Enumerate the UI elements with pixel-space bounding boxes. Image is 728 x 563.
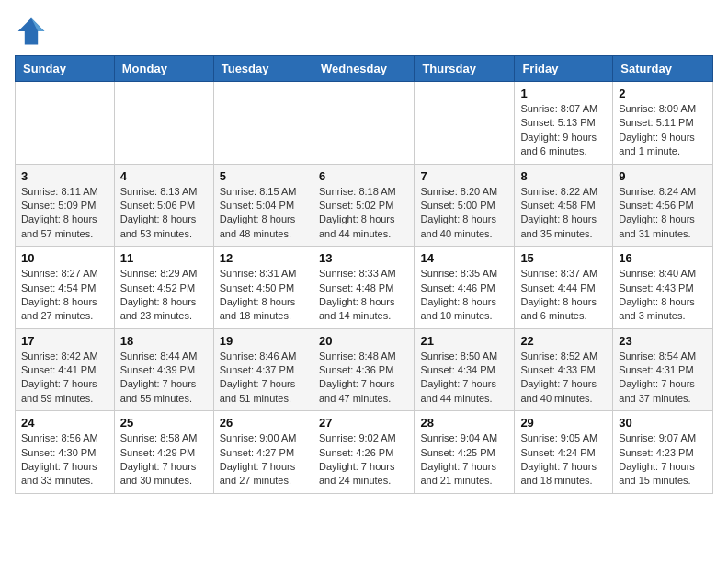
day-info: Sunrise: 8:18 AMSunset: 5:02 PMDaylight:…: [319, 185, 408, 242]
day-cell: [313, 82, 414, 165]
day-number: 23: [619, 334, 707, 348]
day-cell: 20Sunrise: 8:48 AMSunset: 4:36 PMDayligh…: [313, 328, 414, 411]
week-row-5: 24Sunrise: 8:56 AMSunset: 4:30 PMDayligh…: [16, 411, 713, 494]
day-cell: [16, 82, 115, 165]
day-cell: 7Sunrise: 8:20 AMSunset: 5:00 PMDaylight…: [415, 164, 515, 247]
day-cell: 12Sunrise: 8:31 AMSunset: 4:50 PMDayligh…: [213, 247, 313, 329]
day-number: 5: [220, 169, 307, 183]
day-info: Sunrise: 9:02 AMSunset: 4:26 PMDaylight:…: [319, 431, 408, 488]
day-cell: 27Sunrise: 9:02 AMSunset: 4:26 PMDayligh…: [313, 411, 414, 494]
day-number: 15: [520, 251, 607, 265]
day-cell: 13Sunrise: 8:33 AMSunset: 4:48 PMDayligh…: [313, 247, 414, 329]
col-header-monday: Monday: [114, 56, 213, 82]
day-number: 30: [619, 416, 707, 430]
day-cell: 16Sunrise: 8:40 AMSunset: 4:43 PMDayligh…: [613, 247, 713, 329]
day-number: 10: [21, 251, 108, 265]
week-row-3: 10Sunrise: 8:27 AMSunset: 4:54 PMDayligh…: [16, 247, 713, 329]
logo: [15, 15, 51, 48]
day-number: 2: [619, 86, 707, 100]
day-cell: 18Sunrise: 8:44 AMSunset: 4:39 PMDayligh…: [114, 328, 213, 411]
day-cell: 26Sunrise: 9:00 AMSunset: 4:27 PMDayligh…: [213, 411, 313, 494]
day-cell: 22Sunrise: 8:52 AMSunset: 4:33 PMDayligh…: [515, 328, 613, 411]
day-number: 11: [120, 251, 208, 265]
day-cell: 24Sunrise: 8:56 AMSunset: 4:30 PMDayligh…: [16, 411, 115, 494]
day-number: 14: [420, 251, 508, 265]
logo-icon: [15, 15, 48, 48]
day-cell: 19Sunrise: 8:46 AMSunset: 4:37 PMDayligh…: [213, 328, 313, 411]
day-info: Sunrise: 9:07 AMSunset: 4:23 PMDaylight:…: [619, 431, 707, 488]
calendar-table: SundayMondayTuesdayWednesdayThursdayFrid…: [15, 55, 713, 494]
day-number: 25: [120, 416, 208, 430]
col-header-thursday: Thursday: [415, 56, 515, 82]
day-number: 4: [120, 169, 208, 183]
day-cell: 8Sunrise: 8:22 AMSunset: 4:58 PMDaylight…: [515, 164, 613, 247]
day-info: Sunrise: 8:58 AMSunset: 4:29 PMDaylight:…: [120, 431, 208, 488]
day-cell: 1Sunrise: 8:07 AMSunset: 5:13 PMDaylight…: [515, 82, 613, 165]
day-info: Sunrise: 8:20 AMSunset: 5:00 PMDaylight:…: [420, 185, 508, 242]
day-cell: 21Sunrise: 8:50 AMSunset: 4:34 PMDayligh…: [415, 328, 515, 411]
day-number: 18: [120, 334, 208, 348]
day-cell: 6Sunrise: 8:18 AMSunset: 5:02 PMDaylight…: [313, 164, 414, 247]
day-cell: [114, 82, 213, 165]
day-cell: [415, 82, 515, 165]
day-number: 20: [319, 334, 408, 348]
day-number: 12: [220, 251, 307, 265]
day-cell: 4Sunrise: 8:13 AMSunset: 5:06 PMDaylight…: [114, 164, 213, 247]
col-header-saturday: Saturday: [613, 56, 713, 82]
day-cell: 28Sunrise: 9:04 AMSunset: 4:25 PMDayligh…: [415, 411, 515, 494]
day-info: Sunrise: 8:11 AMSunset: 5:09 PMDaylight:…: [21, 185, 108, 242]
day-info: Sunrise: 8:37 AMSunset: 4:44 PMDaylight:…: [520, 267, 607, 324]
day-cell: 30Sunrise: 9:07 AMSunset: 4:23 PMDayligh…: [613, 411, 713, 494]
day-number: 16: [619, 251, 707, 265]
week-row-2: 3Sunrise: 8:11 AMSunset: 5:09 PMDaylight…: [16, 164, 713, 247]
day-cell: 3Sunrise: 8:11 AMSunset: 5:09 PMDaylight…: [16, 164, 115, 247]
page-header: [15, 15, 713, 48]
day-info: Sunrise: 8:07 AMSunset: 5:13 PMDaylight:…: [520, 102, 607, 159]
day-info: Sunrise: 8:31 AMSunset: 4:50 PMDaylight:…: [220, 267, 307, 324]
day-info: Sunrise: 8:54 AMSunset: 4:31 PMDaylight:…: [619, 350, 707, 407]
day-info: Sunrise: 8:35 AMSunset: 4:46 PMDaylight:…: [420, 267, 508, 324]
week-row-4: 17Sunrise: 8:42 AMSunset: 4:41 PMDayligh…: [16, 328, 713, 411]
day-number: 28: [420, 416, 508, 430]
day-cell: 10Sunrise: 8:27 AMSunset: 4:54 PMDayligh…: [16, 247, 115, 329]
day-info: Sunrise: 8:42 AMSunset: 4:41 PMDaylight:…: [21, 350, 108, 407]
day-number: 13: [319, 251, 408, 265]
day-number: 24: [21, 416, 108, 430]
day-info: Sunrise: 9:04 AMSunset: 4:25 PMDaylight:…: [420, 431, 508, 488]
day-cell: 15Sunrise: 8:37 AMSunset: 4:44 PMDayligh…: [515, 247, 613, 329]
day-info: Sunrise: 8:27 AMSunset: 4:54 PMDaylight:…: [21, 267, 108, 324]
col-header-friday: Friday: [515, 56, 613, 82]
day-info: Sunrise: 8:24 AMSunset: 4:56 PMDaylight:…: [619, 185, 707, 242]
day-number: 3: [21, 169, 108, 183]
day-cell: 14Sunrise: 8:35 AMSunset: 4:46 PMDayligh…: [415, 247, 515, 329]
day-number: 19: [220, 334, 307, 348]
day-cell: 9Sunrise: 8:24 AMSunset: 4:56 PMDaylight…: [613, 164, 713, 247]
day-info: Sunrise: 8:50 AMSunset: 4:34 PMDaylight:…: [420, 350, 508, 407]
day-info: Sunrise: 8:29 AMSunset: 4:52 PMDaylight:…: [120, 267, 208, 324]
day-cell: 11Sunrise: 8:29 AMSunset: 4:52 PMDayligh…: [114, 247, 213, 329]
day-info: Sunrise: 9:00 AMSunset: 4:27 PMDaylight:…: [220, 431, 307, 488]
day-cell: 25Sunrise: 8:58 AMSunset: 4:29 PMDayligh…: [114, 411, 213, 494]
day-cell: 17Sunrise: 8:42 AMSunset: 4:41 PMDayligh…: [16, 328, 115, 411]
day-number: 27: [319, 416, 408, 430]
day-number: 1: [520, 86, 607, 100]
day-number: 7: [420, 169, 508, 183]
day-number: 29: [520, 416, 607, 430]
day-info: Sunrise: 8:09 AMSunset: 5:11 PMDaylight:…: [619, 102, 707, 159]
day-number: 8: [520, 169, 607, 183]
day-cell: 23Sunrise: 8:54 AMSunset: 4:31 PMDayligh…: [613, 328, 713, 411]
day-number: 6: [319, 169, 408, 183]
day-cell: 2Sunrise: 8:09 AMSunset: 5:11 PMDaylight…: [613, 82, 713, 165]
calendar-header-row: SundayMondayTuesdayWednesdayThursdayFrid…: [16, 56, 713, 82]
day-number: 22: [520, 334, 607, 348]
day-info: Sunrise: 8:46 AMSunset: 4:37 PMDaylight:…: [220, 350, 307, 407]
day-number: 21: [420, 334, 508, 348]
day-cell: [213, 82, 313, 165]
day-info: Sunrise: 8:22 AMSunset: 4:58 PMDaylight:…: [520, 185, 607, 242]
day-info: Sunrise: 8:52 AMSunset: 4:33 PMDaylight:…: [520, 350, 607, 407]
day-cell: 5Sunrise: 8:15 AMSunset: 5:04 PMDaylight…: [213, 164, 313, 247]
week-row-1: 1Sunrise: 8:07 AMSunset: 5:13 PMDaylight…: [16, 82, 713, 165]
day-info: Sunrise: 8:48 AMSunset: 4:36 PMDaylight:…: [319, 350, 408, 407]
day-info: Sunrise: 8:40 AMSunset: 4:43 PMDaylight:…: [619, 267, 707, 324]
day-info: Sunrise: 8:56 AMSunset: 4:30 PMDaylight:…: [21, 431, 108, 488]
